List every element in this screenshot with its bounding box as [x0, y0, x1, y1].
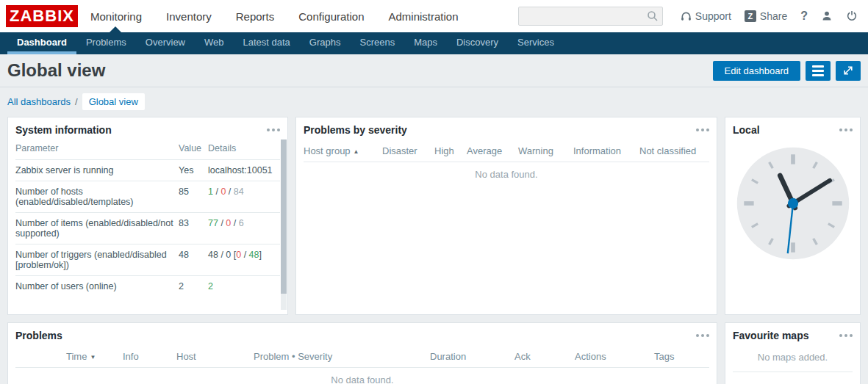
menu-item-configuration[interactable]: Configuration [298, 10, 364, 23]
expand-icon [842, 65, 854, 76]
system-information-table: Parameter Value Details Zabbix server is… [15, 140, 280, 297]
column-header-average: Average [467, 145, 502, 156]
widget-problems: Problems Time▼InfoHostProblem • Severity… [7, 322, 717, 384]
headset-icon [681, 11, 692, 22]
column-header-not-classified: Not classified [639, 145, 696, 156]
value-cell: 83 [179, 213, 208, 244]
top-menu: MonitoringInventoryReportsConfigurationA… [90, 10, 459, 23]
sort-asc-icon: ▲ [354, 148, 359, 155]
subnav-item-latest-data[interactable]: Latest data [234, 32, 300, 54]
title-actions: Edit dashboard [713, 61, 861, 81]
widget-title: Problems by severity [304, 124, 407, 136]
subnav-item-maps[interactable]: Maps [404, 32, 447, 54]
hamburger-icon [812, 65, 824, 68]
search-box [518, 7, 663, 26]
user-icon[interactable] [821, 10, 833, 22]
column-header-high: High [434, 145, 454, 156]
details-cell: 2 [208, 276, 280, 297]
severity-no-data: No data found. [304, 162, 709, 180]
widget-title: Favourite maps [733, 330, 808, 341]
parameter-cell: Number of triggers (enabled/disabled [pr… [15, 244, 179, 276]
breadcrumb: All dashboards / Global view [7, 93, 868, 111]
widget-menu-button[interactable] [839, 331, 853, 340]
parameter-cell: Number of hosts (enabled/disabled/templa… [15, 181, 179, 213]
widget-title: Local [733, 124, 760, 136]
signout-icon[interactable] [846, 10, 858, 22]
support-label: Support [695, 10, 731, 22]
breadcrumb-separator: / [75, 96, 78, 107]
subnav-item-dashboard[interactable]: Dashboard [7, 32, 76, 54]
menu-item-administration[interactable]: Administration [389, 10, 459, 23]
widget-menu-button[interactable] [696, 126, 709, 134]
menu-item-reports[interactable]: Reports [236, 10, 275, 23]
scrollbar-track[interactable] [281, 140, 287, 310]
problems-column-headers: Time▼InfoHostProblem • SeverityDurationA… [15, 348, 709, 367]
column-header-ack: Ack [514, 351, 531, 362]
column-header-information: Information [573, 145, 621, 156]
favourite-maps-no-data: No maps added. [733, 345, 853, 372]
subnav-item-problems[interactable]: Problems [76, 32, 136, 54]
column-header-duration: Duration [430, 351, 466, 362]
top-header: ZABBIX MonitoringInventoryReportsConfigu… [0, 0, 868, 32]
fullscreen-button[interactable] [836, 61, 861, 81]
zabbix-share-icon: Z [745, 10, 756, 22]
menu-item-monitoring[interactable]: Monitoring [90, 10, 142, 23]
details-cell: 1 / 0 / 84 [208, 181, 280, 213]
severity-column-headers: Host group▲DisasterHighAverageWarningInf… [304, 142, 709, 162]
column-header-time[interactable]: Time▼ [66, 351, 96, 362]
breadcrumb-all-dashboards[interactable]: All dashboards [7, 96, 71, 107]
table-row: Number of items (enabled/disabled/not su… [15, 213, 280, 244]
table-row: Number of users (online)22 [15, 276, 280, 297]
column-header-value: Value [179, 140, 208, 160]
sort-desc-icon: ▼ [90, 354, 96, 361]
widget-menu-button[interactable] [839, 126, 853, 134]
column-header-problem-severity: Problem • Severity [254, 351, 332, 362]
scrollbar-thumb[interactable] [281, 140, 287, 294]
widget-menu-button[interactable] [267, 126, 280, 134]
subnav-item-graphs[interactable]: Graphs [300, 32, 351, 54]
details-cell: 77 / 0 / 6 [208, 213, 280, 244]
share-link[interactable]: Z Share [745, 10, 787, 22]
subnav-item-overview[interactable]: Overview [136, 32, 195, 54]
parameter-cell: Number of items (enabled/disabled/not su… [15, 213, 179, 244]
subnav-item-web[interactable]: Web [195, 32, 234, 54]
page-title: Global view [7, 60, 105, 81]
column-header-host-group[interactable]: Host group▲ [304, 145, 359, 156]
details-cell: 48 / 0 [0 / 48] [208, 244, 280, 276]
value-cell: 2 [179, 276, 208, 297]
widget-menu-button[interactable] [696, 331, 709, 340]
share-label: Share [760, 10, 787, 22]
breadcrumb-current[interactable]: Global view [82, 93, 145, 110]
value-cell: 85 [179, 181, 208, 213]
help-icon[interactable]: ? [800, 10, 808, 23]
column-header-actions: Actions [575, 351, 606, 362]
widget-title: Problems [15, 330, 62, 341]
subnav-item-services[interactable]: Services [508, 32, 564, 54]
system-information-rows: Zabbix server is runningYeslocalhost:100… [15, 160, 280, 297]
search-input[interactable] [518, 7, 663, 26]
menu-item-inventory[interactable]: Inventory [166, 10, 212, 23]
support-link[interactable]: Support [681, 10, 731, 22]
column-header-host: Host [176, 351, 196, 362]
column-header-disaster: Disaster [382, 145, 417, 156]
parameter-cell: Number of users (online) [15, 276, 179, 297]
table-row: Number of triggers (enabled/disabled [pr… [15, 244, 280, 276]
zabbix-logo[interactable]: ZABBIX [6, 5, 78, 27]
column-header-warning: Warning [518, 145, 553, 156]
value-cell: Yes [179, 160, 208, 181]
widget-local-clock: Local [725, 117, 861, 315]
active-menu-caret [110, 26, 121, 32]
edit-dashboard-button[interactable]: Edit dashboard [713, 61, 800, 81]
widget-problems-by-severity: Problems by severity Host group▲Disaster… [295, 117, 717, 315]
widget-system-information: System information Parameter Value Detai… [7, 117, 288, 315]
table-row: Zabbix server is runningYeslocalhost:100… [15, 160, 280, 181]
search-icon[interactable] [647, 10, 659, 22]
clock-center-dot [787, 198, 797, 209]
column-header-parameter: Parameter [15, 140, 179, 160]
subnav-item-screens[interactable]: Screens [350, 32, 404, 54]
header-right: Support Z Share ? [518, 7, 858, 26]
widget-favourite-maps: Favourite maps No maps added. [725, 322, 861, 384]
subnav-item-discovery[interactable]: Discovery [447, 32, 508, 54]
parameter-cell: Zabbix server is running [15, 160, 179, 181]
dashboard-menu-button[interactable] [806, 61, 831, 81]
